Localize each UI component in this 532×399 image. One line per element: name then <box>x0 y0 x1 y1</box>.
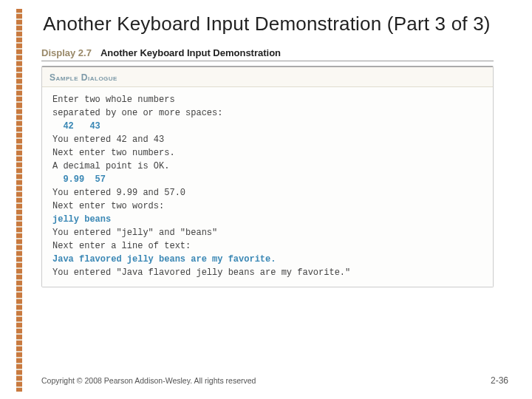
display-header: Display 2.7 Another Keyboard Input Demon… <box>41 47 494 61</box>
footer: Copyright © 2008 Pearson Addison-Wesley.… <box>41 375 508 386</box>
page-number: 2-36 <box>491 375 508 386</box>
dialogue-output: You entered 42 and 43 <box>52 133 484 146</box>
sample-dialogue-header: Sample Dialogue <box>42 67 493 87</box>
dialogue-output: You entered "Java flavored jelly beans a… <box>52 266 484 279</box>
dialogue-output: You entered 9.99 and 57.0 <box>52 186 484 200</box>
dialogue-output: separated by one or more spaces: <box>52 106 484 120</box>
dialogue-user-input: 42 43 <box>52 120 484 133</box>
sample-dialogue-label: Sample Dialogue <box>50 72 117 83</box>
sample-dialogue-body: Enter two whole numbersseparated by one … <box>42 87 493 287</box>
dialogue-output: Next enter two numbers. <box>52 146 484 160</box>
display-label: Display 2.7 <box>41 47 92 58</box>
slide-title: Another Keyboard Input Demonstration (Pa… <box>25 9 523 44</box>
slide: Another Keyboard Input Demonstration (Pa… <box>16 9 523 392</box>
dialogue-output: Next enter a line of text: <box>52 239 484 253</box>
dialogue-output: You entered "jelly" and "beans" <box>52 226 484 239</box>
display-title: Another Keyboard Input Demonstration <box>100 47 281 58</box>
dialogue-user-input: Java flavored jelly beans are my favorit… <box>52 253 484 266</box>
dialogue-user-input: jelly beans <box>52 213 484 226</box>
copyright-text: Copyright © 2008 Pearson Addison-Wesley.… <box>41 376 256 385</box>
figure: Display 2.7 Another Keyboard Input Demon… <box>41 47 494 287</box>
dialogue-output: Enter two whole numbers <box>52 93 484 106</box>
dialogue-user-input: 9.99 57 <box>52 173 484 186</box>
sample-dialogue-box: Sample Dialogue Enter two whole numberss… <box>41 66 494 287</box>
dialogue-output: A decimal point is OK. <box>52 160 484 173</box>
dialogue-output: Next enter two words: <box>52 200 484 213</box>
